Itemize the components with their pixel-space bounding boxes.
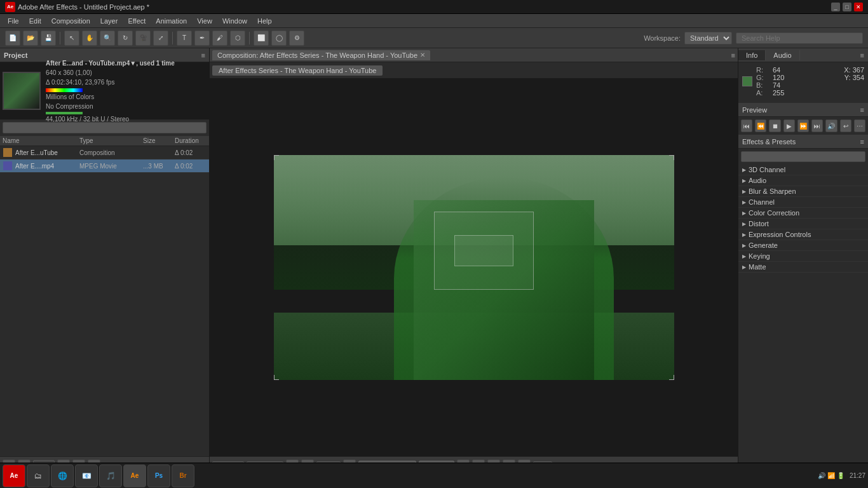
arrow-icon: ▶: [742, 243, 746, 248]
composition-tab[interactable]: Composition: After Effects Series - The …: [212, 50, 430, 60]
r-label: R:: [756, 66, 769, 74]
menu-layer[interactable]: Layer: [95, 16, 123, 26]
close-button[interactable]: ✕: [854, 3, 863, 11]
arrow-icon: ▶: [742, 221, 746, 227]
effect-expression-controls[interactable]: ▶ Expression Controls: [738, 229, 868, 240]
project-panel-menu[interactable]: ≡: [201, 51, 205, 59]
preview-stop[interactable]: ⏹: [769, 119, 780, 132]
taskbar-after-effects[interactable]: Ae: [123, 464, 146, 487]
rotate-tool[interactable]: ↻: [118, 30, 133, 46]
preview-prev-frame[interactable]: ⏪: [755, 119, 766, 132]
effect-keying[interactable]: ▶ Keying: [738, 251, 868, 262]
comp-tab-close[interactable]: ✕: [420, 51, 425, 58]
maximize-button[interactable]: □: [843, 3, 851, 11]
toolbar: 📄 📂 💾 ↖ ✋ 🔍 ↻ 🎥 ⤢ T ✒ 🖌 ⬡ ⬜ ◯ ⚙ Workspac…: [0, 28, 868, 48]
save-button[interactable]: 💾: [41, 30, 56, 46]
menu-file[interactable]: File: [3, 16, 24, 26]
toolbar-separator-2: [172, 32, 173, 44]
preview-play[interactable]: ▶: [783, 119, 795, 132]
effect-matte[interactable]: ▶ Matte: [738, 262, 868, 273]
zoom-tool[interactable]: 🔍: [100, 30, 115, 46]
effect-name: 3D Channel: [749, 166, 785, 173]
puppet-tool[interactable]: ⚙: [289, 30, 304, 46]
effect-name: Channel: [749, 198, 775, 206]
effect-name: Keying: [749, 252, 770, 260]
minimize-button[interactable]: _: [831, 3, 840, 11]
workspace-select[interactable]: Standard: [684, 32, 732, 44]
preview-next-frame[interactable]: ⏩: [797, 119, 809, 132]
search-help-input[interactable]: [736, 32, 863, 44]
canvas-corner-br[interactable]: [669, 375, 674, 380]
toolbar-separator-3: [249, 32, 250, 44]
new-project-button[interactable]: 📄: [5, 30, 20, 46]
effect-3d-channel[interactable]: ▶ 3D Channel: [738, 165, 868, 175]
info-rgba-values: R: 64 X: 367 G: 120 Y: 354 B: 74 A:: [756, 66, 864, 97]
preview-loop[interactable]: ↩: [840, 119, 851, 132]
menu-view[interactable]: View: [192, 16, 217, 26]
tab-info[interactable]: Info: [738, 50, 766, 60]
pen-tool[interactable]: ✒: [194, 30, 210, 46]
menu-edit[interactable]: Edit: [24, 16, 46, 26]
preview-audio[interactable]: 🔊: [825, 119, 837, 132]
menu-animation[interactable]: Animation: [151, 16, 192, 26]
hand-tool[interactable]: ✋: [82, 30, 97, 46]
effect-blur-sharpen[interactable]: ▶ Blur & Sharpen: [738, 186, 868, 197]
project-colors: Millions of Colors: [46, 92, 175, 102]
mask-tool[interactable]: ⬜: [254, 30, 269, 46]
canvas-corner-tr[interactable]: [669, 155, 674, 160]
stamp-tool[interactable]: ⬡: [230, 30, 245, 46]
effect-audio[interactable]: ▶ Audio: [738, 175, 868, 186]
effect-distort[interactable]: ▶ Distort: [738, 219, 868, 229]
color-swatch: [742, 76, 752, 86]
preview-options[interactable]: ⋯: [854, 119, 865, 132]
composition-viewer-header: After Effects Series - The Weapon Hand -…: [210, 62, 738, 79]
arrow-icon: ▶: [742, 210, 746, 216]
camera-tool[interactable]: 🎥: [135, 30, 151, 46]
info-panel-menu[interactable]: ≡: [857, 51, 868, 59]
tab-audio[interactable]: Audio: [766, 50, 799, 60]
menu-help[interactable]: Help: [252, 16, 277, 26]
selection-tool[interactable]: ↖: [64, 30, 79, 46]
project-resolution: 640 x 360 (1,00): [46, 68, 175, 78]
taskbar-explorer[interactable]: 🗂: [27, 464, 50, 487]
start-button[interactable]: Ae: [3, 464, 25, 487]
preview-last-frame[interactable]: ⏭: [811, 119, 823, 132]
composition-viewer[interactable]: [210, 79, 738, 456]
taskbar-bridge[interactable]: Br: [172, 464, 194, 487]
effect-channel[interactable]: ▶ Channel: [738, 197, 868, 208]
project-item-name: After E...uTube: [15, 149, 79, 156]
comp-viewer-tab[interactable]: After Effects Series - The Weapon Hand -…: [212, 65, 383, 76]
open-button[interactable]: 📂: [23, 30, 38, 46]
effects-panel-menu[interactable]: ≡: [860, 138, 864, 146]
info-panel: R: 64 X: 367 G: 120 Y: 354 B: 74 A:: [738, 62, 868, 103]
menu-window[interactable]: Window: [217, 16, 252, 26]
comp-panel-menu[interactable]: ≡: [731, 51, 735, 59]
pan-tool[interactable]: ⤢: [153, 30, 168, 46]
menu-effect[interactable]: Effect: [123, 16, 151, 26]
taskbar-mail[interactable]: 📧: [75, 464, 98, 487]
thumbnail-container: [3, 72, 41, 110]
comp-icon: [3, 147, 13, 158]
menu-composition[interactable]: Composition: [46, 16, 95, 26]
preview-first-frame[interactable]: ⏮: [741, 119, 752, 132]
effect-color-correction[interactable]: ▶ Color Correction: [738, 208, 868, 219]
text-tool[interactable]: T: [177, 30, 192, 46]
titlebar-controls[interactable]: _ □ ✕: [831, 3, 863, 11]
effect-generate[interactable]: ▶ Generate: [738, 240, 868, 251]
canvas-corner-tl[interactable]: [274, 155, 279, 160]
movie-icon: [3, 161, 13, 171]
project-item-movie[interactable]: After E....mp4 MPEG Movie ...3 MB Δ 0:02: [0, 159, 209, 173]
taskbar-photoshop[interactable]: Ps: [147, 464, 170, 487]
effects-search-input[interactable]: [741, 151, 865, 162]
project-item-comp[interactable]: After E...uTube Composition Δ 0:02: [0, 146, 209, 159]
y-label-display: Y: 354: [844, 74, 864, 81]
shape-tool[interactable]: ◯: [271, 30, 287, 46]
taskbar-browser[interactable]: 🌐: [51, 464, 74, 487]
taskbar-media[interactable]: 🎵: [99, 464, 122, 487]
taskbar-icons: 🔊 📶 🔋: [818, 472, 844, 479]
preview-panel-menu[interactable]: ≡: [860, 106, 864, 114]
project-search-input[interactable]: [3, 122, 207, 133]
project-list-header: Name Type Size Duration: [0, 136, 209, 146]
canvas-corner-bl[interactable]: [274, 375, 279, 380]
brush-tool[interactable]: 🖌: [212, 30, 227, 46]
